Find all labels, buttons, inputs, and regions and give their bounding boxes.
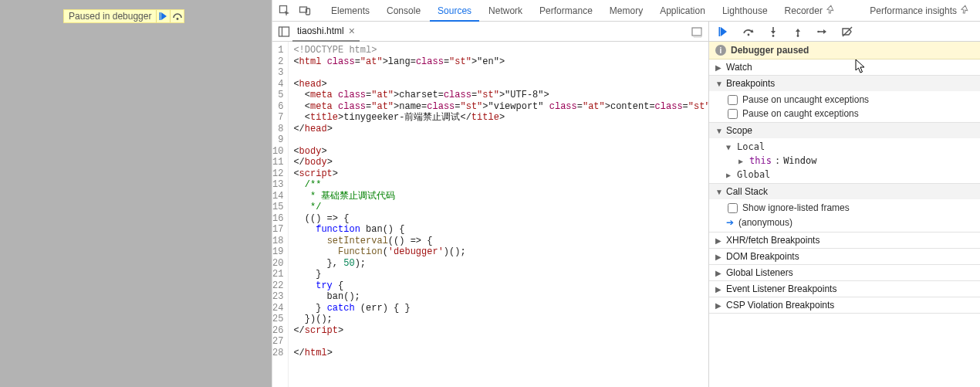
chevron-right-icon: ▶ bbox=[715, 236, 723, 245]
step-toolbar bbox=[709, 22, 980, 42]
file-tab[interactable]: tiaoshi.html × bbox=[292, 22, 360, 42]
callstack-header[interactable]: ▼Call Stack bbox=[709, 184, 980, 199]
pause-caught-row[interactable]: Pause on caught exceptions bbox=[709, 107, 980, 121]
chevron-right-icon: ▶ bbox=[715, 63, 723, 72]
section-callstack: ▼Call Stack Show ignore-listed frames ➔(… bbox=[709, 184, 980, 233]
step-button[interactable] bbox=[814, 23, 831, 40]
device-toolbar-icon[interactable] bbox=[296, 2, 314, 20]
event-listener-header[interactable]: ▶Event Listener Breakpoints bbox=[709, 281, 980, 297]
svg-rect-7 bbox=[692, 28, 701, 36]
info-icon: i bbox=[715, 45, 726, 56]
tab-performance[interactable]: Performance bbox=[532, 0, 600, 22]
step-out-button[interactable] bbox=[789, 23, 806, 40]
file-tab-label: tiaoshi.html bbox=[297, 25, 344, 36]
step-over-button[interactable] bbox=[740, 23, 757, 40]
section-breakpoints: ▼Breakpoints Pause on uncaught exception… bbox=[709, 76, 980, 123]
chevron-down-icon: ▼ bbox=[715, 80, 723, 88]
chevron-down-icon: ▼ bbox=[726, 143, 734, 151]
svg-rect-8 bbox=[719, 27, 721, 36]
close-icon[interactable]: × bbox=[349, 25, 355, 37]
svg-point-15 bbox=[817, 30, 819, 32]
show-ignore-listed[interactable]: Show ignore-listed frames bbox=[709, 201, 980, 215]
editor-pane: tiaoshi.html × 1234567891011121314151617… bbox=[272, 22, 709, 387]
navigator-toggle-icon[interactable] bbox=[275, 23, 292, 40]
scope-header[interactable]: ▼Scope bbox=[709, 123, 980, 138]
pause-uncaught-checkbox[interactable] bbox=[728, 95, 738, 105]
svg-point-13 bbox=[797, 35, 799, 37]
chevron-right-icon: ▶ bbox=[738, 157, 746, 165]
section-global-listeners: ▶Global Listeners bbox=[709, 265, 980, 281]
watch-header[interactable]: ▶Watch bbox=[709, 59, 980, 75]
svg-point-11 bbox=[772, 35, 775, 37]
scope-this[interactable]: ▶this: Window bbox=[709, 154, 980, 168]
section-dom: ▶DOM Breakpoints bbox=[709, 249, 980, 265]
tab-lighthouse[interactable]: Lighthouse bbox=[715, 0, 776, 22]
svg-point-9 bbox=[748, 33, 750, 36]
svg-point-1 bbox=[177, 18, 179, 20]
debugger-paused-banner: i Debugger paused bbox=[709, 42, 980, 59]
scope-local[interactable]: ▼Local bbox=[709, 140, 980, 154]
global-listeners-header[interactable]: ▶Global Listeners bbox=[709, 265, 980, 280]
tab-console[interactable]: Console bbox=[379, 0, 428, 22]
tab-sources[interactable]: Sources bbox=[430, 0, 479, 22]
resume-button[interactable] bbox=[715, 23, 732, 40]
section-scope: ▼Scope ▼Local ▶this: Window ▶Global bbox=[709, 123, 980, 184]
tab-elements[interactable]: Elements bbox=[323, 0, 377, 22]
section-watch: ▶Watch bbox=[709, 59, 980, 76]
deactivate-breakpoints-button[interactable] bbox=[839, 23, 856, 40]
csp-header[interactable]: ▶CSP Violation Breakpoints bbox=[709, 297, 980, 313]
svg-rect-5 bbox=[279, 27, 289, 36]
chevron-down-icon: ▼ bbox=[715, 188, 723, 196]
devtools-panel: Elements Console Sources Network Perform… bbox=[272, 0, 980, 387]
section-csp: ▶CSP Violation Breakpoints bbox=[709, 297, 980, 314]
callstack-frame-current[interactable]: ➔(anonymous) bbox=[709, 215, 980, 230]
inspect-element-icon[interactable] bbox=[275, 2, 294, 20]
chevron-right-icon: ▶ bbox=[715, 285, 723, 294]
xhr-header[interactable]: ▶XHR/fetch Breakpoints bbox=[709, 233, 980, 248]
editor-tabbar: tiaoshi.html × bbox=[272, 22, 708, 42]
step-into-button[interactable] bbox=[765, 23, 782, 40]
pause-uncaught-row[interactable]: Pause on uncaught exceptions bbox=[709, 93, 980, 107]
tab-recorder[interactable]: Recorder bbox=[777, 0, 843, 22]
chevron-right-icon: ▶ bbox=[715, 253, 723, 261]
chevron-right-icon: ▶ bbox=[726, 171, 734, 179]
more-tabs-icon[interactable] bbox=[688, 23, 705, 40]
paused-label: Paused in debugger bbox=[64, 11, 156, 22]
tab-network[interactable]: Network bbox=[481, 0, 530, 22]
code-editor[interactable]: 1234567891011121314151617181920212223242… bbox=[272, 42, 708, 387]
section-xhr: ▶XHR/fetch Breakpoints bbox=[709, 233, 980, 249]
section-event-listener: ▶Event Listener Breakpoints bbox=[709, 281, 980, 297]
current-frame-arrow-icon: ➔ bbox=[726, 217, 734, 228]
chevron-right-icon: ▶ bbox=[715, 269, 723, 277]
breakpoints-header[interactable]: ▼Breakpoints bbox=[709, 76, 980, 91]
paused-in-debugger-pill: Paused in debugger bbox=[63, 9, 184, 23]
debugger-sidebar: i Debugger paused ▶Watch ▼Breakpoints Pa… bbox=[709, 22, 980, 387]
pause-caught-checkbox[interactable] bbox=[728, 109, 738, 119]
tab-performance-insights[interactable]: Performance insights bbox=[862, 0, 977, 22]
chevron-down-icon: ▼ bbox=[715, 127, 723, 135]
devtools-tabstrip: Elements Console Sources Network Perform… bbox=[272, 0, 980, 22]
code-content[interactable]: <!DOCTYPE html><html class="at">lang=cla… bbox=[289, 42, 708, 387]
chevron-right-icon: ▶ bbox=[715, 301, 723, 310]
line-gutter: 1234567891011121314151617181920212223242… bbox=[272, 42, 289, 387]
tab-memory[interactable]: Memory bbox=[602, 0, 651, 22]
resume-icon-button[interactable] bbox=[156, 10, 170, 22]
step-over-icon-button[interactable] bbox=[170, 10, 184, 22]
tab-application[interactable]: Application bbox=[652, 0, 713, 22]
dom-header[interactable]: ▶DOM Breakpoints bbox=[709, 249, 980, 264]
show-ignore-checkbox[interactable] bbox=[728, 203, 738, 213]
page-viewport: Paused in debugger bbox=[0, 0, 272, 387]
scope-global[interactable]: ▶Global bbox=[709, 168, 980, 182]
sources-lower: tiaoshi.html × 1234567891011121314151617… bbox=[272, 22, 980, 387]
svg-rect-0 bbox=[159, 12, 161, 20]
banner-text: Debugger paused bbox=[731, 45, 809, 56]
